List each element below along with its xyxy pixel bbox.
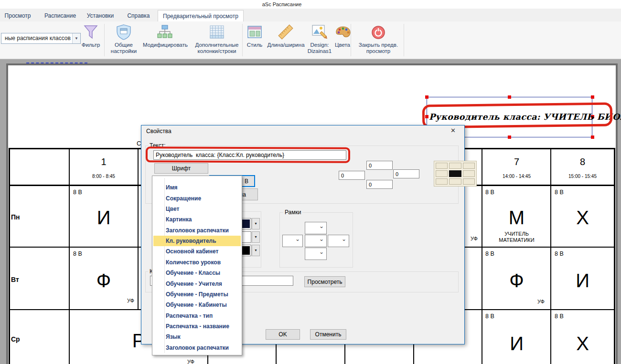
tab-settings[interactable]: Установки [84,10,117,21]
cell-teacher-code: УФ [69,298,134,303]
align-cell[interactable] [463,163,475,169]
cell-subject: И [551,271,614,290]
cancel-button[interactable]: Отменить [310,329,346,340]
alignment-grid[interactable] [434,161,477,187]
modify-orgchart-icon[interactable] [156,23,173,42]
menu-item-teaching-classes[interactable]: Обучение - Классы [152,268,242,278]
table-grid-line [614,148,615,364]
resize-handle[interactable] [591,135,594,139]
menu-item-printout-type[interactable]: Распечатка - тип [152,311,242,321]
cell-class-label: 8 В [73,250,82,257]
menu-item-teaching-subjects[interactable]: Обучение - Предметы [152,289,242,300]
ok-button[interactable]: OK [266,329,300,340]
filter-button[interactable]: Фильтр [76,42,105,48]
frames-group-label: Рамки [283,209,302,216]
menu-item-abbreviation[interactable]: Сокращение [152,193,242,203]
menu-item-lessons-count[interactable]: Количество уроков [152,257,242,268]
cell-subject: Ф [482,271,551,290]
chevron-down-icon[interactable]: ▼ [252,245,260,256]
cell-class-label: 8 В [555,313,564,320]
frame-right-combobox[interactable] [328,235,349,247]
align-cell[interactable] [436,163,448,169]
font-button[interactable]: Шрифт [154,163,208,174]
table-grid-line [482,148,482,364]
menu-item-class-teacher-highlighted[interactable]: Кл. руководитель [153,236,241,246]
menu-item-language[interactable]: Язык [152,332,242,342]
align-cell-selected[interactable] [449,170,461,177]
close-icon[interactable]: ✕ [450,127,456,134]
align-cell[interactable] [449,178,461,185]
tab-help[interactable]: Справка [124,10,153,21]
tab-timetable[interactable]: Расписание [42,10,78,21]
menu-item-printout-name[interactable]: Распечатка - название [152,321,242,332]
day-label-mon: Пн [11,213,20,221]
spacing-top-input[interactable] [366,161,393,170]
schedule-type-combobox[interactable]: ные расписания классов ▼ [1,33,81,44]
tab-view[interactable]: Просмотр [2,10,33,21]
colors-button[interactable]: Цвета [331,42,354,48]
cell-subject: Ф [69,271,138,290]
menu-item-printout-header-2[interactable]: Заголовок распечатки [152,343,242,353]
ribbon-toolbar: ные расписания классов ▼ Фильтр Общие на… [0,21,621,59]
align-cell[interactable] [463,170,475,177]
extra-columns-button[interactable]: Дополнительные колонки/строки [191,42,243,54]
period-number: 8 [551,156,614,167]
resize-handle[interactable] [508,95,511,99]
cell-class-label: 8 В [73,189,82,196]
align-cell[interactable] [436,178,448,185]
chevron-down-icon[interactable]: ▼ [252,218,260,229]
frame-left-combobox[interactable] [282,235,303,247]
cell-teacher-name: МАТЕМАТИКИ [482,237,551,243]
align-cell[interactable] [436,170,448,177]
cell-subject: И [482,334,551,353]
general-settings-shield-icon[interactable] [115,23,132,42]
chevron-down-icon[interactable]: ▼ [252,231,260,243]
length-width-ruler-icon[interactable] [277,23,294,42]
align-cell[interactable] [463,178,475,185]
spacing-left-input[interactable] [339,171,365,180]
table-grid-line [9,148,10,364]
extra-columns-grid-icon[interactable] [208,23,225,42]
day-label-tue: Вт [11,276,19,283]
cell-subject: Х [551,208,614,227]
cell-subject: Х [551,334,614,353]
close-preview-button[interactable]: Закрыть предв. просмотр [355,42,401,54]
menu-item-picture[interactable]: Картинка [152,214,242,225]
resize-handle[interactable] [591,95,594,99]
general-settings-button[interactable]: Общие настройки [109,42,138,54]
length-width-button[interactable]: Длина/ширина [266,42,306,48]
colors-palette-icon[interactable] [334,23,352,42]
period-time: 8:00 - 8:45 [69,174,138,179]
menu-item-name[interactable]: Имя [152,182,242,193]
menu-item-color[interactable]: Цвет [152,204,242,214]
style-button[interactable]: Стиль [243,42,267,48]
dialog-title: Свойства [146,128,171,135]
frame-center-combobox[interactable] [305,235,327,247]
page-top-selection-dash [26,62,87,63]
tab-preview-active[interactable]: Предварительный просмотр [158,10,244,21]
style-window-icon[interactable] [246,23,263,42]
resize-handle[interactable] [508,135,511,139]
ribbon-separator [404,24,404,56]
modify-button[interactable]: Модифицировать [139,42,192,48]
resize-handle[interactable] [425,95,428,99]
browse-button[interactable]: Просмотреть [304,276,345,287]
filter-funnel-icon[interactable] [82,23,99,42]
spacing-bottom-input[interactable] [366,180,393,189]
cell-subject: М [482,208,551,227]
menu-item-home-classroom[interactable]: Основной кабинет [152,246,242,257]
spacing-right-input[interactable] [393,169,419,178]
design-button[interactable]: Design: Dizainas1 [306,42,333,54]
menu-item-teaching-teachers[interactable]: Обучение - Учителя [152,278,242,289]
cell-teacher-code: УФ [482,299,545,304]
align-cell[interactable] [449,163,461,169]
schedule-type-value: ные расписания классов [5,35,71,42]
period-number: 7 [482,156,551,167]
frame-top-combobox[interactable] [305,222,327,234]
close-preview-power-icon[interactable] [370,23,387,42]
menu-item-teaching-classrooms[interactable]: Обучение - Кабинеты [152,300,242,310]
design-picture-icon[interactable] [310,23,328,42]
cell-class-label: 8 В [555,189,564,196]
menu-item-printout-header[interactable]: Заголовок распечатки [152,225,242,236]
frame-bottom-combobox[interactable] [305,248,327,260]
